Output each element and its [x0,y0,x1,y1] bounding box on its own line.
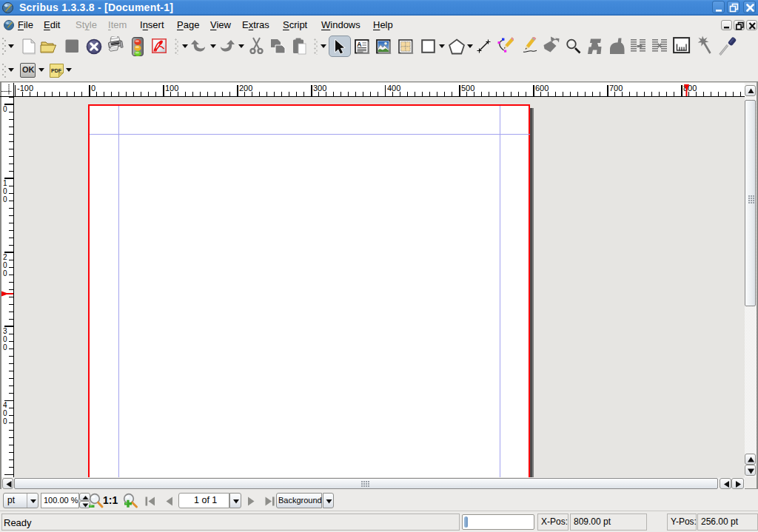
svg-text:PDF: PDF [51,68,62,73]
svg-text:A: A [357,41,361,48]
